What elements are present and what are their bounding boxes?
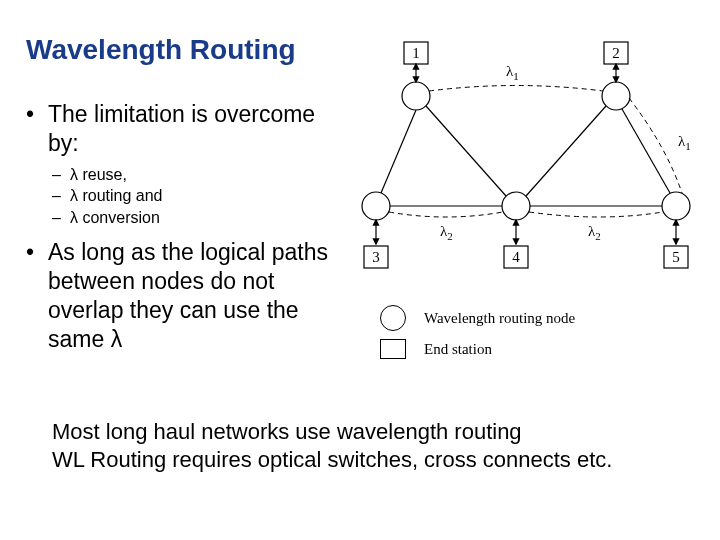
sub-bullet-routing: λ routing and [26, 185, 336, 207]
footnote-line-2: WL Routing requires optical switches, cr… [52, 446, 652, 474]
end-station-2-label: 2 [612, 45, 620, 61]
link-r2-r4 [526, 106, 606, 196]
router-node-5 [662, 192, 690, 220]
lightpath-lambda1-right [629, 98, 682, 193]
content-block: The limitation is overcome by: λ reuse, … [26, 100, 336, 359]
lightpath-lambda2-left [389, 212, 503, 217]
legend-row-router: Wavelength routing node [380, 305, 575, 331]
lambda2-left-label: λ2 [440, 223, 453, 242]
router-node-1 [402, 82, 430, 110]
footnote-block: Most long haul networks use wavelength r… [52, 418, 652, 474]
bullet-logical-paths: As long as the logical paths between nod… [26, 238, 336, 353]
end-station-1-label: 1 [412, 45, 420, 61]
end-station-3-label: 3 [372, 249, 380, 265]
lightpath-lambda1-top [429, 86, 603, 92]
wavelength-routing-diagram: 1 2 3 4 5 λ1 λ1 λ2 λ2 [356, 36, 706, 296]
sub-bullets: λ reuse, λ routing and λ conversion [26, 164, 336, 229]
lambda1-top-label: λ1 [506, 63, 519, 82]
end-station-5-label: 5 [672, 249, 680, 265]
slide: Wavelength Routing The limitation is ove… [0, 0, 720, 540]
sub-bullet-reuse: λ reuse, [26, 164, 336, 186]
legend-row-station: End station [380, 339, 575, 359]
diagram-legend: Wavelength routing node End station [380, 305, 575, 367]
lambda1-right-label: λ1 [678, 133, 691, 152]
bullet-limitation: The limitation is overcome by: [26, 100, 336, 158]
sub-bullet-conversion: λ conversion [26, 207, 336, 229]
end-station-4-label: 4 [512, 249, 520, 265]
legend-station-label: End station [424, 341, 492, 358]
link-r1-r3 [381, 110, 416, 193]
lambda2-right-label: λ2 [588, 223, 601, 242]
link-r1-r4 [426, 106, 506, 196]
footnote-line-1: Most long haul networks use wavelength r… [52, 418, 652, 446]
legend-circle-icon [380, 305, 406, 331]
router-node-3 [362, 192, 390, 220]
lightpath-lambda2-right [529, 212, 663, 217]
slide-title: Wavelength Routing [26, 34, 296, 66]
router-node-4 [502, 192, 530, 220]
legend-square-icon [380, 339, 406, 359]
legend-router-label: Wavelength routing node [424, 310, 575, 327]
router-node-2 [602, 82, 630, 110]
